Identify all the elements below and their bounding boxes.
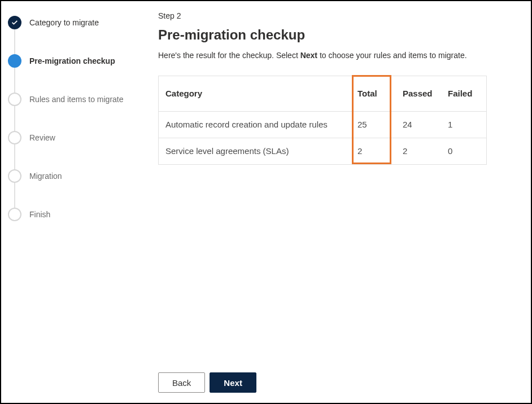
step-migration[interactable]: Migration — [8, 157, 148, 195]
checkmark-icon — [8, 16, 21, 29]
next-button[interactable]: Next — [210, 372, 256, 393]
desc-text-before: Here's the result for the checkup. Selec… — [158, 51, 300, 60]
cell-passed: 2 — [396, 138, 441, 164]
header-total[interactable]: Total — [351, 76, 396, 111]
upcoming-step-icon — [8, 131, 21, 144]
table-row[interactable]: Automatic record creation and update rul… — [159, 111, 486, 138]
table-row[interactable]: Service level agreements (SLAs) 2 2 0 — [159, 138, 486, 164]
cell-failed: 1 — [441, 111, 486, 138]
desc-text-emph: Next — [300, 51, 317, 60]
step-indicator: Step 2 — [158, 11, 508, 20]
step-label: Category to migrate — [29, 18, 99, 27]
step-label: Rules and items to migrate — [29, 95, 124, 104]
back-button[interactable]: Back — [158, 372, 205, 393]
cell-total: 25 — [351, 111, 396, 138]
step-label: Finish — [29, 210, 50, 219]
header-category[interactable]: Category — [159, 76, 351, 111]
table-header-row: Category Total Passed Failed — [159, 76, 486, 111]
main-content: Step 2 Pre-migration checkup Here's the … — [148, 1, 531, 403]
step-label: Pre-migration checkup — [29, 56, 115, 65]
step-pre-migration-checkup[interactable]: Pre-migration checkup — [8, 42, 148, 80]
wizard-sidebar: Category to migrate Pre-migration checku… — [1, 1, 148, 403]
checkup-table: Category Total Passed Failed Automatic r… — [159, 76, 486, 164]
page-title: Pre-migration checkup — [158, 27, 508, 43]
step-label: Migration — [29, 172, 62, 181]
wizard-page: Category to migrate Pre-migration checku… — [0, 0, 532, 404]
step-label: Review — [29, 133, 55, 142]
upcoming-step-icon — [8, 208, 21, 221]
page-description: Here's the result for the checkup. Selec… — [158, 51, 508, 60]
cell-passed: 24 — [396, 111, 441, 138]
header-passed[interactable]: Passed — [396, 76, 441, 111]
cell-category: Automatic record creation and update rul… — [159, 111, 351, 138]
upcoming-step-icon — [8, 169, 21, 183]
upcoming-step-icon — [8, 93, 21, 106]
wizard-footer: Back Next — [158, 372, 508, 393]
step-review[interactable]: Review — [8, 118, 148, 157]
desc-text-after: to choose your rules and items to migrat… — [320, 51, 467, 60]
step-list: Category to migrate Pre-migration checku… — [8, 3, 148, 234]
step-finish[interactable]: Finish — [8, 195, 148, 234]
active-step-icon — [8, 54, 21, 68]
step-category-to-migrate[interactable]: Category to migrate — [8, 3, 148, 42]
header-failed[interactable]: Failed — [441, 76, 486, 111]
cell-failed: 0 — [441, 138, 486, 164]
cell-category: Service level agreements (SLAs) — [159, 138, 351, 164]
cell-total: 2 — [351, 138, 396, 164]
step-rules-and-items[interactable]: Rules and items to migrate — [8, 80, 148, 118]
checkup-table-container: Category Total Passed Failed Automatic r… — [158, 76, 487, 165]
